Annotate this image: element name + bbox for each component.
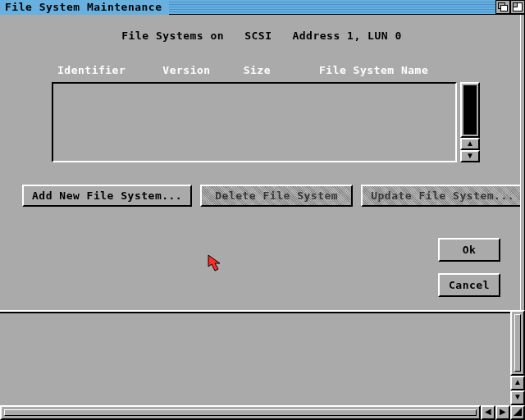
- ok-cancel-group: Ok Cancel: [438, 238, 500, 297]
- list-scroll-up-button[interactable]: ▲: [460, 138, 480, 150]
- heading-address-value: 1: [347, 30, 354, 42]
- heading-prefix: File Systems on: [121, 30, 224, 42]
- window-hscroll-thumb[interactable]: [4, 409, 477, 416]
- dialog-area: File Systems on SCSI Address 1, LUN 0 Id…: [0, 15, 525, 310]
- heading-lun-value: 0: [395, 30, 401, 42]
- heading-address-label: Address: [292, 30, 340, 42]
- window-hscroll-left-button[interactable]: ◀: [481, 405, 495, 420]
- dialog-heading: File Systems on SCSI Address 1, LUN 0: [0, 30, 523, 42]
- chevron-down-icon: ▼: [466, 151, 474, 160]
- update-filesystem-button: Update File System...: [361, 185, 524, 207]
- column-header-filesystem-name: File System Name: [319, 64, 450, 76]
- heading-lun-label: LUN: [368, 30, 388, 42]
- chevron-up-icon: ▲: [514, 377, 522, 386]
- column-header-size: Size: [244, 64, 313, 76]
- delete-filesystem-label: Delete File System: [215, 189, 338, 202]
- window-horizontal-scrollbar: ◀ ▶: [0, 405, 525, 420]
- ok-button[interactable]: Ok: [438, 238, 500, 262]
- delete-filesystem-button: Delete File System: [200, 185, 353, 207]
- screen: File System Maintenance File Systems on …: [0, 0, 525, 420]
- depth-gadget-icon[interactable]: [495, 0, 510, 14]
- add-filesystem-button[interactable]: Add New File System...: [22, 185, 192, 207]
- chevron-down-icon: ▼: [514, 392, 522, 401]
- action-button-row: Add New File System... Delete File Syste…: [22, 185, 524, 207]
- window-vscroll-thumb[interactable]: [514, 314, 521, 372]
- column-headers: Identifier Version Size File System Name: [57, 64, 482, 76]
- chevron-right-icon: ▶: [500, 407, 506, 416]
- list-scroll-down-button[interactable]: ▼: [460, 150, 480, 162]
- cancel-button[interactable]: Cancel: [438, 273, 500, 297]
- window-size-gadget-icon[interactable]: [510, 405, 525, 420]
- chevron-left-icon: ◀: [485, 407, 491, 416]
- window-titlebar[interactable]: File System Maintenance: [0, 0, 525, 15]
- cancel-label: Cancel: [449, 279, 490, 291]
- heading-bus: SCSI: [244, 30, 272, 42]
- update-filesystem-label: Update File System...: [371, 189, 514, 202]
- window-vertical-scrollbar: ▲ ▼: [510, 310, 525, 405]
- list-scroll-thumb[interactable]: [463, 85, 477, 135]
- window-vscroll-down-button[interactable]: ▼: [510, 390, 525, 405]
- filesystem-list-scrollbar: ▲ ▼: [460, 82, 480, 162]
- window-hscroll-right-button[interactable]: ▶: [495, 405, 510, 420]
- filesystem-list[interactable]: [52, 82, 457, 162]
- titlebar-gadgets: [495, 0, 525, 15]
- column-header-identifier: Identifier: [57, 64, 156, 76]
- lower-panel: [0, 313, 523, 404]
- column-header-version: Version: [162, 64, 236, 76]
- window-right-border: [520, 15, 525, 310]
- window-vscroll-up-button[interactable]: ▲: [510, 376, 525, 390]
- zoom-gadget-icon[interactable]: [510, 0, 525, 14]
- add-filesystem-label: Add New File System...: [32, 189, 182, 202]
- window-hscroll-trough[interactable]: [0, 405, 481, 420]
- chevron-up-icon: ▲: [466, 139, 474, 148]
- ok-label: Ok: [463, 244, 477, 256]
- window-title: File System Maintenance: [0, 0, 169, 15]
- list-scroll-trough[interactable]: [460, 82, 480, 138]
- filesystem-list-wrap: ▲ ▼: [52, 82, 480, 162]
- window-vscroll-trough[interactable]: [510, 310, 525, 376]
